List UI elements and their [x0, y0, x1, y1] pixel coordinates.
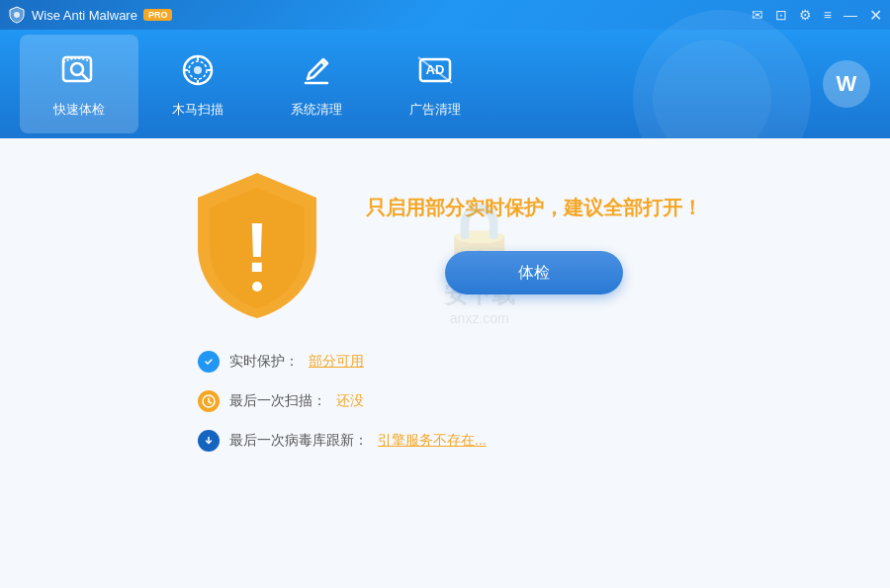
warning-text: 只启用部分实时保护，建议全部打开！: [366, 195, 702, 221]
db-update-label: 最后一次病毒库跟新：: [229, 432, 368, 450]
scan-button[interactable]: 体检: [445, 251, 623, 294]
title-bar-left: Wise Anti Malware PRO: [8, 6, 172, 24]
title-bar-right: ✉ ⊡ ⚙ ≡ — ✕: [752, 6, 882, 25]
nav-item-system-clean[interactable]: 系统清理: [257, 35, 376, 133]
shield-section: ! 只启用部分实时保护，建议全部打开！ 体检: [188, 168, 702, 321]
user-avatar[interactable]: W: [823, 60, 870, 108]
nav-item-ad-clean[interactable]: AD 广告清理: [376, 35, 494, 133]
status-item-realtime: 实时保护： 部分可用: [198, 351, 692, 373]
last-scan-label: 最后一次扫描：: [229, 392, 326, 410]
status-item-last-scan: 最后一次扫描： 还没: [198, 390, 692, 412]
main-content: 🔒 安下载 anxz.com ! 只启用部分实时保护，建议全部打开！ 体检: [0, 138, 890, 588]
app-icon: [8, 6, 26, 24]
app-title: Wise Anti Malware: [32, 8, 137, 23]
close-button[interactable]: ✕: [869, 6, 882, 25]
pro-badge: PRO: [143, 9, 173, 21]
ad-clean-label: 广告清理: [409, 101, 461, 119]
quick-scan-label: 快速体检: [53, 101, 105, 119]
svg-line-13: [418, 57, 452, 83]
nav-items: 快速体检 木马扫描: [20, 35, 494, 133]
monitor-icon[interactable]: ⊡: [775, 7, 787, 23]
settings-icon[interactable]: ⚙: [799, 7, 812, 23]
svg-point-6: [194, 66, 202, 74]
status-section: 实时保护： 部分可用 最后一次扫描： 还没 最后一: [198, 351, 692, 469]
menu-icon[interactable]: ≡: [824, 7, 832, 23]
trojan-scan-label: 木马扫描: [172, 101, 223, 119]
db-update-icon: [198, 430, 220, 452]
db-update-value[interactable]: 引擎服务不存在...: [378, 432, 487, 450]
system-clean-label: 系统清理: [291, 101, 342, 119]
nav-bar: 快速体检 木马扫描: [0, 30, 890, 138]
nav-item-trojan-scan[interactable]: 木马扫描: [138, 35, 257, 133]
ad-clean-icon: AD: [414, 49, 456, 97]
realtime-protection-value[interactable]: 部分可用: [309, 353, 364, 371]
svg-point-0: [14, 12, 20, 18]
avatar-label: W: [837, 71, 857, 97]
system-clean-icon: [296, 49, 337, 97]
svg-point-15: [252, 282, 262, 292]
last-scan-icon: [198, 390, 220, 412]
warning-section: 只启用部分实时保护，建议全部打开！ 体检: [366, 195, 702, 294]
status-item-db-update: 最后一次病毒库跟新： 引擎服务不存在...: [198, 430, 692, 452]
trojan-scan-icon: [177, 49, 219, 97]
last-scan-value: 还没: [336, 392, 364, 410]
title-bar: Wise Anti Malware PRO ✉ ⊡ ⚙ ≡ — ✕: [0, 0, 890, 30]
svg-text:!: !: [245, 210, 268, 287]
minimize-button[interactable]: —: [844, 7, 857, 23]
shield-icon: !: [188, 168, 326, 321]
realtime-protection-label: 实时保护：: [229, 353, 299, 371]
svg-line-3: [81, 73, 88, 80]
nav-item-quick-scan[interactable]: 快速体检: [20, 35, 138, 133]
quick-scan-icon: [58, 49, 100, 97]
mail-icon[interactable]: ✉: [752, 7, 763, 23]
realtime-protection-icon: [198, 351, 220, 373]
